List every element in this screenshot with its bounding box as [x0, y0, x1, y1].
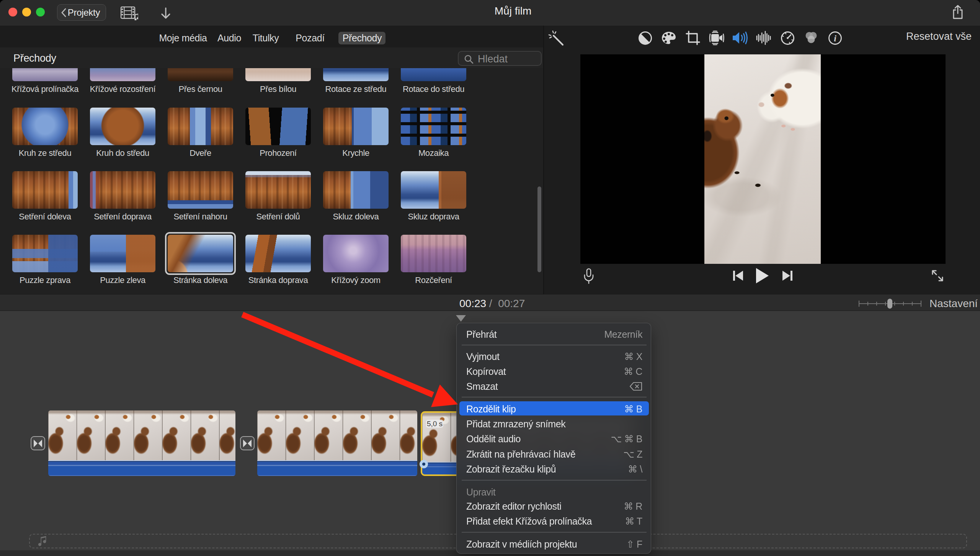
svg-text:i: i: [834, 33, 836, 43]
